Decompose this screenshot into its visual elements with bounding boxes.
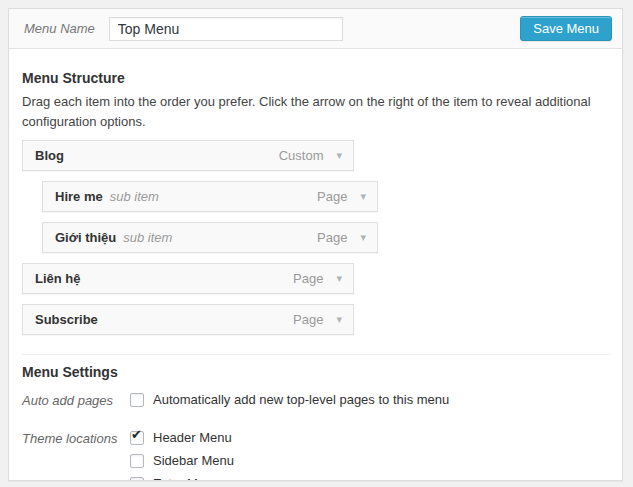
save-menu-button[interactable]: Save Menu — [520, 16, 612, 41]
menu-name-input[interactable] — [109, 17, 343, 41]
auto-add-pages-checkbox[interactable]: ✔ — [130, 393, 144, 407]
auto-add-pages-option[interactable]: ✔ Automatically add new top-level pages … — [130, 392, 449, 407]
menu-name-bar: Menu Name Save Menu — [9, 9, 622, 49]
auto-add-pages-option-label[interactable]: Automatically add new top-level pages to… — [153, 392, 449, 407]
menu-editor-panel: Menu Name Save Menu Menu Structure Drag … — [8, 8, 623, 481]
menu-item-gioi-thieu[interactable]: Giới thiệu sub item Page ▾ — [42, 222, 378, 253]
menu-item-label: Blog — [35, 148, 64, 163]
menu-item-label: Subscribe — [35, 312, 98, 327]
menu-item-type: Page — [293, 271, 323, 286]
theme-locations-label: Theme locations — [22, 430, 130, 446]
header-menu-label[interactable]: Header Menu — [153, 430, 232, 445]
chevron-down-icon[interactable]: ▾ — [336, 273, 342, 284]
menu-item-subitem-note: sub item — [110, 189, 159, 204]
auto-add-pages-row: Auto add pages ✔ Automatically add new t… — [22, 392, 612, 415]
menu-item-type: Page — [317, 189, 347, 204]
menu-item-label: Hire me — [55, 189, 103, 204]
menu-item-label: Liên hệ — [35, 271, 81, 286]
auto-add-pages-label: Auto add pages — [22, 392, 130, 408]
header-menu-checkbox[interactable]: ✔ — [130, 431, 144, 445]
menu-settings-title: Menu Settings — [22, 364, 612, 380]
menu-item-label: Giới thiệu — [55, 230, 116, 245]
theme-locations-options: ✔ Header Menu ✔ Sidebar Menu ✔ Extra Men… — [130, 430, 234, 481]
sidebar-menu-checkbox[interactable]: ✔ — [130, 454, 144, 468]
menu-item-subscribe[interactable]: Subscribe Page ▾ — [22, 304, 354, 335]
chevron-down-icon[interactable]: ▾ — [336, 314, 342, 325]
section-divider — [22, 354, 611, 355]
check-icon: ✔ — [131, 428, 142, 441]
menu-items-list: Blog Custom ▾ Hire me sub item Page ▾ Gi… — [22, 140, 612, 335]
theme-location-sidebar-menu[interactable]: ✔ Sidebar Menu — [130, 453, 234, 468]
theme-location-header-menu[interactable]: ✔ Header Menu — [130, 430, 234, 445]
chevron-down-icon[interactable]: ▾ — [360, 232, 366, 243]
theme-location-extra-menu[interactable]: ✔ Extra Menu — [130, 476, 234, 481]
chevron-down-icon[interactable]: ▾ — [336, 150, 342, 161]
menu-structure-description: Drag each item into the order you prefer… — [22, 92, 612, 131]
chevron-down-icon[interactable]: ▾ — [360, 191, 366, 202]
menu-item-type: Page — [293, 312, 323, 327]
extra-menu-checkbox[interactable]: ✔ — [130, 477, 144, 482]
theme-locations-row: Theme locations ✔ Header Menu ✔ Sidebar … — [22, 430, 612, 481]
menu-item-hire-me[interactable]: Hire me sub item Page ▾ — [42, 181, 378, 212]
menu-item-subitem-note: sub item — [123, 230, 172, 245]
wordpress-menu-editor: Menu Name Save Menu Menu Structure Drag … — [0, 0, 633, 487]
menu-item-lien-he[interactable]: Liên hệ Page ▾ — [22, 263, 354, 294]
menu-item-type: Page — [317, 230, 347, 245]
panel-body: Menu Structure Drag each item into the o… — [9, 49, 622, 481]
extra-menu-label[interactable]: Extra Menu — [153, 476, 219, 481]
sidebar-menu-label[interactable]: Sidebar Menu — [153, 453, 234, 468]
menu-structure-title: Menu Structure — [22, 70, 612, 86]
menu-item-blog[interactable]: Blog Custom ▾ — [22, 140, 354, 171]
menu-name-label: Menu Name — [24, 21, 95, 36]
menu-item-type: Custom — [279, 148, 324, 163]
